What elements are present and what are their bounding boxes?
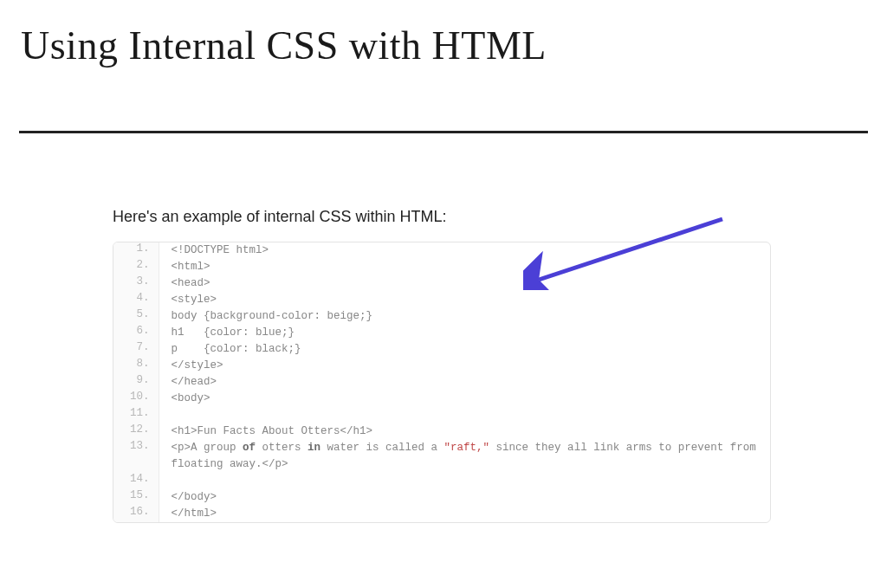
line-number: 7. — [113, 341, 159, 358]
line-number: 1. — [113, 242, 159, 259]
page-title: Using Internal CSS with HTML — [0, 0, 887, 68]
code-content: </body> — [159, 489, 770, 506]
line-number: 4. — [113, 292, 159, 308]
line-number: 13. — [113, 440, 159, 473]
code-line: 8.</style> — [113, 358, 770, 374]
line-number: 2. — [113, 259, 159, 275]
code-line: 2.<html> — [113, 259, 770, 275]
code-content: body {background-color: beige;} — [159, 308, 770, 325]
line-number: 3. — [113, 275, 159, 292]
line-number: 12. — [113, 423, 159, 440]
code-line: 14. — [113, 473, 770, 489]
line-number: 15. — [113, 489, 159, 506]
code-content: <style> — [159, 292, 770, 308]
code-line: 12.<h1>Fun Facts About Otters</h1> — [113, 423, 770, 440]
code-content — [159, 473, 770, 489]
line-number: 8. — [113, 358, 159, 374]
code-line: 6.h1 {color: blue;} — [113, 325, 770, 341]
code-content: <body> — [159, 391, 770, 407]
code-content: </style> — [159, 358, 770, 374]
code-content: <html> — [159, 259, 770, 275]
code-line: 15.</body> — [113, 489, 770, 506]
code-line: 9.</head> — [113, 374, 770, 391]
code-content: </html> — [159, 506, 770, 522]
code-line: 3.<head> — [113, 275, 770, 292]
intro-text: Here's an example of internal CSS within… — [113, 208, 774, 226]
code-content: <p>A group of otters in water is called … — [159, 440, 770, 473]
code-line: 16.</html> — [113, 506, 770, 522]
line-number: 16. — [113, 506, 159, 522]
code-content: p {color: black;} — [159, 341, 770, 358]
code-content: <head> — [159, 275, 770, 292]
code-line: 4.<style> — [113, 292, 770, 308]
line-number: 10. — [113, 391, 159, 407]
code-block: 1.<!DOCTYPE html>2.<html>3.<head>4.<styl… — [113, 242, 771, 523]
code-content: h1 {color: blue;} — [159, 325, 770, 341]
code-line: 7.p {color: black;} — [113, 341, 770, 358]
code-line: 13.<p>A group of otters in water is call… — [113, 440, 770, 473]
code-content: </head> — [159, 374, 770, 391]
code-content: <h1>Fun Facts About Otters</h1> — [159, 423, 770, 440]
code-line: 11. — [113, 407, 770, 423]
code-line: 1.<!DOCTYPE html> — [113, 242, 770, 259]
line-number: 14. — [113, 473, 159, 489]
line-number: 9. — [113, 374, 159, 391]
line-number: 11. — [113, 407, 159, 423]
code-line: 5.body {background-color: beige;} — [113, 308, 770, 325]
code-line: 10.<body> — [113, 391, 770, 407]
line-number: 5. — [113, 308, 159, 325]
code-content — [159, 407, 770, 423]
line-number: 6. — [113, 325, 159, 341]
code-content: <!DOCTYPE html> — [159, 242, 770, 259]
